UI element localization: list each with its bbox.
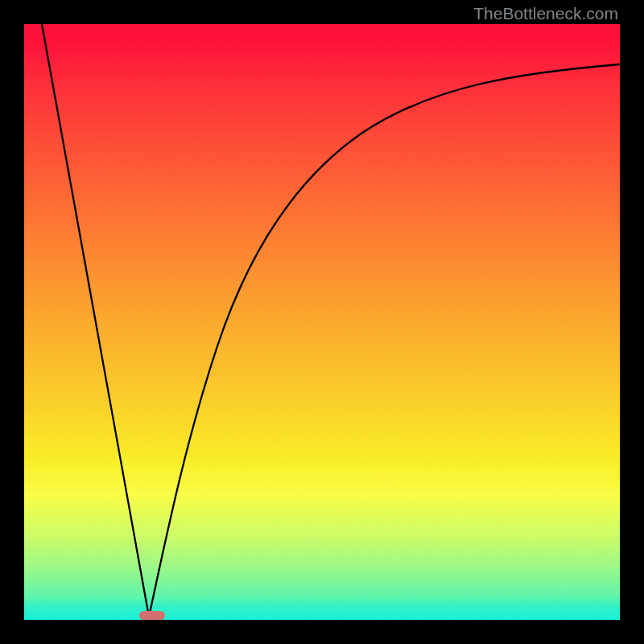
curve-left-branch: [42, 24, 149, 617]
watermark-text: TheBottleneck.com: [473, 4, 618, 23]
dip-marker: [139, 611, 165, 620]
curve-right-branch: [149, 64, 620, 617]
chart-frame: TheBottleneck.com: [0, 0, 644, 644]
curve-layer: [24, 24, 620, 620]
plot-area: [24, 24, 620, 620]
